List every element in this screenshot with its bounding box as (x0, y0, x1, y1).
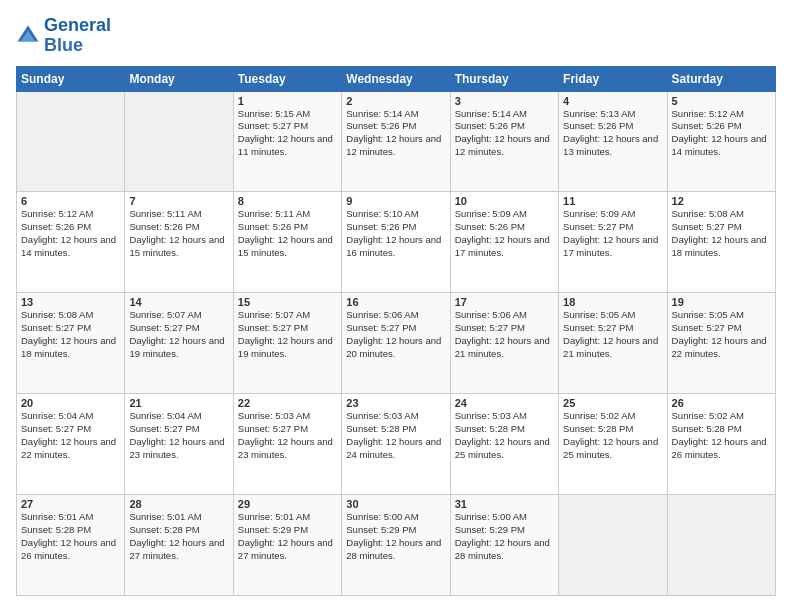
week-row-1: 1Sunrise: 5:15 AM Sunset: 5:27 PM Daylig… (17, 91, 776, 192)
day-detail: Sunrise: 5:04 AM Sunset: 5:27 PM Dayligh… (21, 410, 120, 461)
logo: General Blue (16, 16, 111, 56)
day-detail: Sunrise: 5:08 AM Sunset: 5:27 PM Dayligh… (672, 208, 771, 259)
day-detail: Sunrise: 5:09 AM Sunset: 5:26 PM Dayligh… (455, 208, 554, 259)
calendar-cell (17, 91, 125, 192)
weekday-header-monday: Monday (125, 66, 233, 91)
day-number: 5 (672, 95, 771, 107)
day-number: 25 (563, 397, 662, 409)
day-number: 28 (129, 498, 228, 510)
day-number: 7 (129, 195, 228, 207)
day-number: 31 (455, 498, 554, 510)
calendar-cell: 1Sunrise: 5:15 AM Sunset: 5:27 PM Daylig… (233, 91, 341, 192)
calendar-cell: 9Sunrise: 5:10 AM Sunset: 5:26 PM Daylig… (342, 192, 450, 293)
day-detail: Sunrise: 5:03 AM Sunset: 5:28 PM Dayligh… (346, 410, 445, 461)
day-detail: Sunrise: 5:03 AM Sunset: 5:28 PM Dayligh… (455, 410, 554, 461)
day-number: 15 (238, 296, 337, 308)
day-number: 3 (455, 95, 554, 107)
day-detail: Sunrise: 5:09 AM Sunset: 5:27 PM Dayligh… (563, 208, 662, 259)
day-detail: Sunrise: 5:05 AM Sunset: 5:27 PM Dayligh… (672, 309, 771, 360)
calendar-cell (125, 91, 233, 192)
calendar-cell (667, 495, 775, 596)
calendar-cell: 31Sunrise: 5:00 AM Sunset: 5:29 PM Dayli… (450, 495, 558, 596)
weekday-header-sunday: Sunday (17, 66, 125, 91)
day-number: 30 (346, 498, 445, 510)
calendar-cell: 14Sunrise: 5:07 AM Sunset: 5:27 PM Dayli… (125, 293, 233, 394)
day-detail: Sunrise: 5:12 AM Sunset: 5:26 PM Dayligh… (672, 108, 771, 159)
day-number: 6 (21, 195, 120, 207)
day-detail: Sunrise: 5:07 AM Sunset: 5:27 PM Dayligh… (129, 309, 228, 360)
calendar-cell: 8Sunrise: 5:11 AM Sunset: 5:26 PM Daylig… (233, 192, 341, 293)
day-number: 17 (455, 296, 554, 308)
calendar-cell: 13Sunrise: 5:08 AM Sunset: 5:27 PM Dayli… (17, 293, 125, 394)
day-detail: Sunrise: 5:14 AM Sunset: 5:26 PM Dayligh… (346, 108, 445, 159)
day-number: 18 (563, 296, 662, 308)
day-number: 16 (346, 296, 445, 308)
day-number: 4 (563, 95, 662, 107)
day-detail: Sunrise: 5:13 AM Sunset: 5:26 PM Dayligh… (563, 108, 662, 159)
calendar-cell: 29Sunrise: 5:01 AM Sunset: 5:29 PM Dayli… (233, 495, 341, 596)
week-row-5: 27Sunrise: 5:01 AM Sunset: 5:28 PM Dayli… (17, 495, 776, 596)
calendar-cell: 4Sunrise: 5:13 AM Sunset: 5:26 PM Daylig… (559, 91, 667, 192)
calendar-cell: 19Sunrise: 5:05 AM Sunset: 5:27 PM Dayli… (667, 293, 775, 394)
weekday-header-wednesday: Wednesday (342, 66, 450, 91)
calendar-cell: 22Sunrise: 5:03 AM Sunset: 5:27 PM Dayli… (233, 394, 341, 495)
logo-text: General Blue (44, 16, 111, 56)
day-detail: Sunrise: 5:01 AM Sunset: 5:28 PM Dayligh… (129, 511, 228, 562)
weekday-header-tuesday: Tuesday (233, 66, 341, 91)
day-detail: Sunrise: 5:07 AM Sunset: 5:27 PM Dayligh… (238, 309, 337, 360)
day-number: 26 (672, 397, 771, 409)
day-detail: Sunrise: 5:01 AM Sunset: 5:29 PM Dayligh… (238, 511, 337, 562)
day-detail: Sunrise: 5:12 AM Sunset: 5:26 PM Dayligh… (21, 208, 120, 259)
calendar-cell: 16Sunrise: 5:06 AM Sunset: 5:27 PM Dayli… (342, 293, 450, 394)
calendar-cell: 28Sunrise: 5:01 AM Sunset: 5:28 PM Dayli… (125, 495, 233, 596)
calendar-cell: 18Sunrise: 5:05 AM Sunset: 5:27 PM Dayli… (559, 293, 667, 394)
weekday-header-thursday: Thursday (450, 66, 558, 91)
calendar-cell: 5Sunrise: 5:12 AM Sunset: 5:26 PM Daylig… (667, 91, 775, 192)
day-detail: Sunrise: 5:02 AM Sunset: 5:28 PM Dayligh… (672, 410, 771, 461)
day-number: 20 (21, 397, 120, 409)
day-detail: Sunrise: 5:15 AM Sunset: 5:27 PM Dayligh… (238, 108, 337, 159)
day-detail: Sunrise: 5:14 AM Sunset: 5:26 PM Dayligh… (455, 108, 554, 159)
day-number: 27 (21, 498, 120, 510)
day-number: 29 (238, 498, 337, 510)
day-number: 12 (672, 195, 771, 207)
calendar-cell: 30Sunrise: 5:00 AM Sunset: 5:29 PM Dayli… (342, 495, 450, 596)
calendar-cell: 3Sunrise: 5:14 AM Sunset: 5:26 PM Daylig… (450, 91, 558, 192)
calendar-cell: 7Sunrise: 5:11 AM Sunset: 5:26 PM Daylig… (125, 192, 233, 293)
day-detail: Sunrise: 5:08 AM Sunset: 5:27 PM Dayligh… (21, 309, 120, 360)
day-detail: Sunrise: 5:03 AM Sunset: 5:27 PM Dayligh… (238, 410, 337, 461)
day-number: 11 (563, 195, 662, 207)
day-detail: Sunrise: 5:04 AM Sunset: 5:27 PM Dayligh… (129, 410, 228, 461)
calendar-cell: 17Sunrise: 5:06 AM Sunset: 5:27 PM Dayli… (450, 293, 558, 394)
day-detail: Sunrise: 5:00 AM Sunset: 5:29 PM Dayligh… (455, 511, 554, 562)
calendar-cell: 12Sunrise: 5:08 AM Sunset: 5:27 PM Dayli… (667, 192, 775, 293)
day-detail: Sunrise: 5:11 AM Sunset: 5:26 PM Dayligh… (238, 208, 337, 259)
calendar-cell: 15Sunrise: 5:07 AM Sunset: 5:27 PM Dayli… (233, 293, 341, 394)
day-number: 24 (455, 397, 554, 409)
day-detail: Sunrise: 5:10 AM Sunset: 5:26 PM Dayligh… (346, 208, 445, 259)
week-row-2: 6Sunrise: 5:12 AM Sunset: 5:26 PM Daylig… (17, 192, 776, 293)
day-number: 13 (21, 296, 120, 308)
weekday-header-row: SundayMondayTuesdayWednesdayThursdayFrid… (17, 66, 776, 91)
calendar-cell: 10Sunrise: 5:09 AM Sunset: 5:26 PM Dayli… (450, 192, 558, 293)
weekday-header-saturday: Saturday (667, 66, 775, 91)
day-number: 2 (346, 95, 445, 107)
calendar-cell: 6Sunrise: 5:12 AM Sunset: 5:26 PM Daylig… (17, 192, 125, 293)
day-detail: Sunrise: 5:06 AM Sunset: 5:27 PM Dayligh… (346, 309, 445, 360)
header: General Blue (16, 16, 776, 56)
day-number: 10 (455, 195, 554, 207)
calendar-cell: 11Sunrise: 5:09 AM Sunset: 5:27 PM Dayli… (559, 192, 667, 293)
day-detail: Sunrise: 5:06 AM Sunset: 5:27 PM Dayligh… (455, 309, 554, 360)
calendar-table: SundayMondayTuesdayWednesdayThursdayFrid… (16, 66, 776, 596)
day-number: 14 (129, 296, 228, 308)
day-number: 1 (238, 95, 337, 107)
day-number: 9 (346, 195, 445, 207)
calendar-cell: 25Sunrise: 5:02 AM Sunset: 5:28 PM Dayli… (559, 394, 667, 495)
day-detail: Sunrise: 5:01 AM Sunset: 5:28 PM Dayligh… (21, 511, 120, 562)
day-number: 8 (238, 195, 337, 207)
week-row-4: 20Sunrise: 5:04 AM Sunset: 5:27 PM Dayli… (17, 394, 776, 495)
day-number: 19 (672, 296, 771, 308)
calendar-cell: 27Sunrise: 5:01 AM Sunset: 5:28 PM Dayli… (17, 495, 125, 596)
calendar-cell (559, 495, 667, 596)
weekday-header-friday: Friday (559, 66, 667, 91)
